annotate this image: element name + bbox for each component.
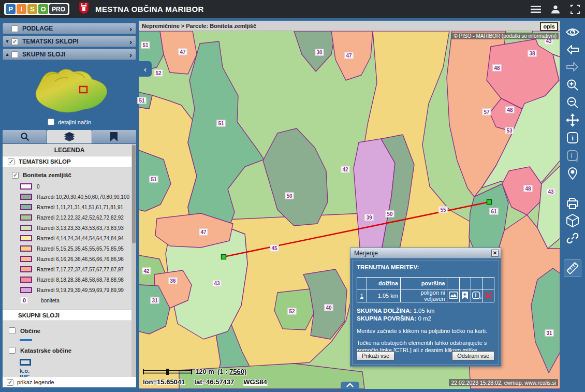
legend-item-label: Razredi 10,20,30,40,50,60,70,80,90,100	[37, 194, 129, 200]
map-copyright: © PISO - MARIBOR (podatki so informativn…	[451, 33, 559, 39]
tab-layers[interactable]	[47, 130, 91, 143]
show-legend-label: prikaz legende	[17, 379, 54, 385]
boniteta-checkbox[interactable]	[12, 172, 19, 179]
breadcrumb-bar: Nepremičnine > Parcele: Boniteta zemljiš…	[139, 21, 560, 31]
map-toolbar: i ig	[560, 18, 585, 392]
legend-swatch	[20, 225, 32, 231]
panel-tematski-label: TEMATSKI SKLOPI	[22, 38, 78, 45]
remove-all-button[interactable]: Odstrani vse	[452, 351, 494, 360]
zoom-in-icon[interactable]	[566, 78, 579, 92]
ko-label: k.o.	[20, 368, 136, 374]
panel-podlage[interactable]: PODLAGE ›	[3, 23, 136, 34]
view-3d-icon[interactable]	[566, 214, 579, 227]
current-measurement-heading: TRENUTNA MERITEV:	[357, 264, 494, 270]
profile-chart-icon[interactable]	[447, 289, 459, 302]
tematski-checkbox[interactable]	[11, 38, 18, 45]
legend-swatch	[20, 183, 32, 190]
chevron-right-icon[interactable]: ›	[129, 37, 132, 46]
tematski-sklop-checkbox[interactable]	[8, 158, 14, 165]
measure-icon[interactable]	[564, 259, 581, 277]
dialog-titlebar[interactable]: Merjenje ✕	[350, 248, 501, 258]
legend-swatch	[20, 235, 32, 241]
legend-title: LEGENDA	[3, 144, 136, 156]
print-icon[interactable]	[566, 197, 579, 210]
locate-icon[interactable]	[566, 167, 579, 180]
svg-text:i: i	[571, 152, 572, 159]
identify-icon[interactable]: i	[566, 131, 579, 144]
zoom-out-icon[interactable]	[566, 96, 579, 109]
measurement-index-link[interactable]: 1	[357, 289, 367, 302]
sidebar: PODLAGE › ▼ TEMATSKI SKLOPI › ▲ SKUPNI S…	[0, 18, 139, 392]
legend-zero-symbol: 0	[21, 297, 27, 303]
katastrske-checkbox[interactable]	[9, 347, 16, 354]
tab-bookmarks[interactable]	[92, 130, 136, 143]
scalebar-graphic	[143, 369, 192, 375]
panel-skupni-sloji[interactable]: ▲ SKUPNI SLOJI ›	[3, 49, 136, 60]
skupni-checkbox[interactable]	[11, 51, 18, 58]
show-legend-checkbox[interactable]	[7, 379, 13, 386]
visibility-icon[interactable]	[566, 25, 579, 39]
measurement-area: poligon ni veljaven	[400, 289, 447, 302]
svg-text:g: g	[479, 295, 481, 299]
scale-ratio-link[interactable]: 7560	[229, 368, 244, 375]
total-area-label: SKUPNA POVRŠINA:	[357, 315, 416, 322]
legend-item: 0	[3, 181, 136, 192]
maribor-coat-of-arms-icon	[79, 2, 89, 17]
opis-button[interactable]: opis	[540, 22, 558, 31]
datum-link[interactable]: WGS84	[243, 378, 267, 386]
lon-value: lon=15.65041	[143, 378, 185, 386]
column-header-area: površina	[400, 278, 447, 289]
legend-swatch	[20, 194, 32, 200]
obcine-checkbox[interactable]	[9, 327, 16, 334]
chevron-right-icon[interactable]: ›	[129, 24, 132, 33]
logo-letter-s: S	[27, 4, 37, 14]
legend-item-label: Razredi 9,19,29,39,49,59,69,79,89,99	[37, 287, 124, 293]
measurement-row: 1 1.05 km poligon ni veljaven ig	[357, 289, 494, 302]
sidebar-collapse-button[interactable]: ‹	[139, 61, 152, 77]
legend-item-label: 0	[37, 184, 40, 190]
scrollbar-thumb[interactable]	[132, 145, 136, 243]
collapse-up-icon[interactable]: ▲	[3, 52, 11, 57]
menu-icon[interactable]	[530, 4, 542, 15]
dialog-title: Merjenje	[354, 250, 378, 257]
legend-scrollbar[interactable]	[131, 144, 136, 377]
close-icon[interactable]: ✕	[491, 250, 499, 257]
measurement-vertex[interactable]	[487, 200, 492, 205]
history-forward-icon[interactable]	[566, 60, 579, 74]
bookmark-add-icon[interactable]	[459, 289, 471, 302]
share-link-icon[interactable]	[566, 231, 579, 245]
panel-skupni-label: SKUPNI SLOJI	[22, 51, 65, 58]
delete-icon[interactable]	[482, 289, 494, 302]
legend-item-label: Razredi 2,12,22,32,42,52,62,72,82,92	[37, 215, 124, 221]
legend-item: Razredi 2,12,22,32,42,52,62,72,82,92	[3, 212, 136, 223]
parcel[interactable]	[274, 289, 314, 330]
pan-icon[interactable]	[566, 113, 579, 127]
measurement-vertex[interactable]	[222, 255, 226, 259]
overview-map[interactable]	[26, 66, 113, 118]
podlage-checkbox[interactable]	[11, 25, 18, 32]
history-back-icon[interactable]	[566, 43, 579, 56]
total-area-value: 0 m2	[418, 315, 431, 322]
bottom-panel-expand-button[interactable]	[341, 382, 359, 389]
legend-item: Razredi 9,19,29,39,49,59,69,79,89,99	[3, 285, 136, 295]
obcine-line-swatch	[20, 339, 32, 341]
detail-mode-checkbox[interactable]	[48, 119, 54, 125]
fullscreen-icon[interactable]	[569, 4, 581, 15]
map-panel: Nepremičnine > Parcele: Boniteta zemljiš…	[139, 21, 560, 389]
panel-tematski-sklopi[interactable]: ▼ TEMATSKI SKLOPI ›	[3, 36, 136, 47]
app-header: P I S O PRO MESTNA OBČINA MARIBOR	[0, 0, 585, 18]
user-icon[interactable]	[550, 4, 561, 15]
logo-pro-badge: PRO	[49, 4, 68, 14]
show-all-button[interactable]: Prikaži vse	[357, 351, 394, 360]
legend-zero-row: 0 boniteta	[3, 295, 136, 306]
legend-item: Razredi 7,17,27,37,47,57,67,77,87,97	[3, 264, 136, 274]
identify-group-icon[interactable]: ig	[566, 149, 579, 163]
column-header-length: dolžina	[367, 278, 400, 289]
map-timestamp: 22.02.2023 15:28:02, ewmap, www.realis.s…	[449, 379, 558, 386]
piso-logo[interactable]: P I S O PRO	[4, 3, 69, 15]
legend-item: Razredi 5,15,25,35,45,55,65,75,85,95	[3, 243, 136, 254]
collapse-down-icon[interactable]: ▼	[3, 39, 11, 44]
tab-search[interactable]	[3, 130, 47, 143]
identify-icon[interactable]: ig	[471, 289, 482, 302]
chevron-right-icon[interactable]: ›	[129, 50, 132, 59]
